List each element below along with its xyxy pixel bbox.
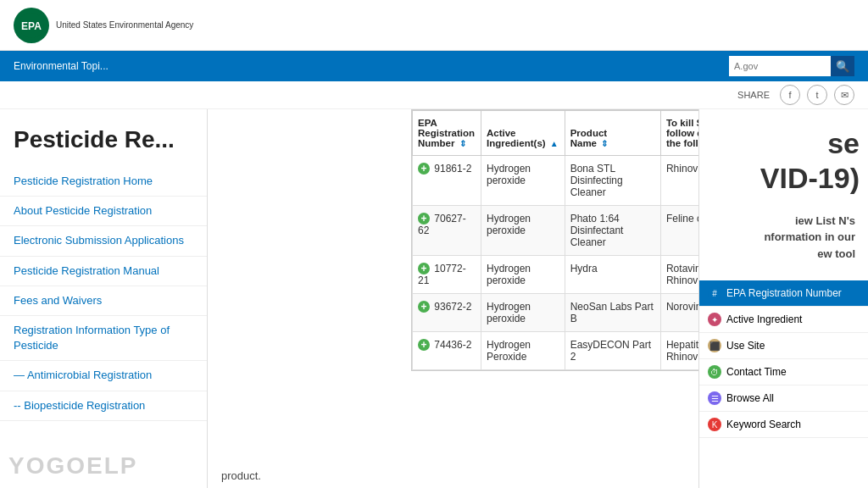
- nav-search[interactable]: 🔍: [729, 56, 854, 76]
- tool-icon-contact-time: ⏱: [708, 365, 721, 379]
- table-row: + 70627-62 Hydrogen peroxide Phato 1:64 …: [413, 206, 699, 256]
- cell-active-ingredient: Hydrogen Peroxide: [481, 332, 565, 370]
- right-tool-items: # EPA Registration Number ✦ Active Ingre…: [699, 280, 868, 438]
- plus-icon[interactable]: +: [418, 163, 430, 175]
- sidebar-item-home[interactable]: Pesticide Registration Home: [0, 167, 207, 197]
- tool-label-browse-all: Browse All: [726, 392, 774, 404]
- sidebar-item-about[interactable]: About Pesticide Registration: [0, 197, 207, 226]
- cell-virus: Rhinovirus: [660, 156, 698, 206]
- cell-reg-number: + 10772-21: [413, 256, 481, 294]
- tool-icon-reg-number: #: [708, 286, 721, 300]
- cell-active-ingredient: Hydrogen peroxide: [481, 206, 565, 256]
- table-area: EPARegistrationNumber ⇕ Active Ingredien…: [208, 109, 698, 488]
- tool-label-contact-time: Contact Time: [726, 366, 787, 378]
- plus-icon[interactable]: +: [418, 301, 430, 313]
- col-header-reg-number[interactable]: EPARegistrationNumber ⇕: [413, 111, 481, 156]
- page-title: Pesticide Re...: [0, 116, 207, 160]
- tool-label-keyword-search: Keyword Search: [726, 419, 801, 430]
- col-header-virus: To kill SARS-CoV-2 (COVID-19), follow di…: [660, 111, 698, 156]
- sidebar: Pesticide Re... Pesticide Registration H…: [0, 109, 208, 488]
- heading-overlay: se VID-19) iew List N's nformation in ou…: [760, 126, 860, 262]
- cell-product-name: Hydra: [565, 256, 660, 294]
- share-bar: SHARE f t ✉: [0, 81, 868, 109]
- col-header-active-ingredient[interactable]: Active Ingredient(s) ▲: [481, 111, 565, 156]
- bottom-text: product.: [221, 469, 261, 482]
- sidebar-item-registration-info[interactable]: Registration Information Type of Pestici…: [0, 316, 207, 361]
- nav-item-env-topics[interactable]: Environmental Topi...: [14, 60, 108, 72]
- epa-header: EPA United States Environmental Agency: [0, 0, 868, 51]
- epa-site: EPA United States Environmental Agency E…: [0, 0, 868, 488]
- tool-icon-browse-all: ☰: [708, 391, 721, 405]
- cell-active-ingredient: Hydrogen peroxide: [481, 156, 565, 206]
- heading-line2: VID-19): [760, 161, 860, 196]
- cell-reg-number: + 93672-2: [413, 294, 481, 332]
- twitter-share-icon[interactable]: t: [807, 85, 827, 105]
- tool-item-use-site[interactable]: ⬛ Use Site: [699, 333, 868, 359]
- sidebar-item-biopesticide[interactable]: -- Biopesticide Registration: [0, 391, 207, 421]
- plus-icon[interactable]: +: [418, 339, 430, 351]
- tool-icon-active-ingredient: ✦: [708, 313, 721, 326]
- tool-item-reg-number[interactable]: # EPA Registration Number: [699, 280, 868, 307]
- sidebar-item-fees[interactable]: Fees and Waivers: [0, 286, 207, 316]
- main-content: Pesticide Re... Pesticide Registration H…: [0, 109, 868, 488]
- sidebar-item-manual[interactable]: Pesticide Registration Manual: [0, 257, 207, 286]
- cell-product-name: Phato 1:64 Disinfectant Cleaner: [565, 206, 660, 256]
- cell-reg-number: + 91861-2: [413, 156, 481, 206]
- col-header-product-name[interactable]: ProductName ⇕: [565, 111, 660, 156]
- data-table: EPARegistrationNumber ⇕ Active Ingredien…: [411, 109, 698, 371]
- epa-agency-name: United States Environmental Agency: [56, 19, 193, 30]
- sidebar-nav: Pesticide Registration Home About Pestic…: [0, 167, 207, 421]
- sidebar-item-electronic-submission[interactable]: Electronic Submission Applications: [0, 226, 207, 256]
- tool-label-use-site: Use Site: [726, 340, 765, 352]
- cell-virus: Feline calicivirus: [660, 206, 698, 256]
- tool-label-reg-number: EPA Registration Number: [726, 287, 842, 299]
- table-row: + 93672-2 Hydrogen peroxide NeoSan Labs …: [413, 294, 699, 332]
- search-input[interactable]: [729, 56, 831, 76]
- plus-icon[interactable]: +: [418, 213, 430, 225]
- tool-item-keyword-search[interactable]: K Keyword Search: [699, 412, 868, 438]
- tool-icon-use-site: ⬛: [708, 339, 721, 352]
- cell-product-name: EasyDECON Part 2: [565, 332, 660, 370]
- plus-icon[interactable]: +: [418, 263, 430, 274]
- heading-line1: se: [760, 126, 860, 161]
- cell-reg-number: + 70627-62: [413, 206, 481, 256]
- cell-active-ingredient: Hydrogen peroxide: [481, 256, 565, 294]
- facebook-share-icon[interactable]: f: [780, 85, 800, 105]
- cell-virus: Hepatitis A virus;Rhinovirus; Feline cal…: [660, 332, 698, 370]
- list-n-text: iew List N's nformation in our ew tool: [760, 213, 860, 263]
- cell-virus: Norovirus: [660, 294, 698, 332]
- svg-text:EPA: EPA: [21, 20, 42, 32]
- table-row: + 10772-21 Hydrogen peroxide Hydra Rotav…: [413, 256, 699, 294]
- tool-item-active-ingredient[interactable]: ✦ Active Ingredient: [699, 307, 868, 333]
- table-row: + 91861-2 Hydrogen peroxide Bona STL Dis…: [413, 156, 699, 206]
- cell-active-ingredient: Hydrogen peroxide: [481, 294, 565, 332]
- tool-icon-keyword-search: K: [708, 418, 721, 431]
- share-label: SHARE: [737, 90, 770, 100]
- cell-product-name: Bona STL Disinfecting Cleaner: [565, 156, 660, 206]
- nav-bar: Environmental Topi... 🔍: [0, 51, 868, 81]
- tool-label-active-ingredient: Active Ingredient: [726, 313, 802, 325]
- sidebar-item-antimicrobial[interactable]: — Antimicrobial Registration: [0, 361, 207, 391]
- tool-item-browse-all[interactable]: ☰ Browse All: [699, 385, 868, 412]
- right-panel: se VID-19) iew List N's nformation in ou…: [698, 109, 868, 488]
- cell-product-name: NeoSan Labs Part B: [565, 294, 660, 332]
- table-row: + 74436-2 Hydrogen Peroxide EasyDECON Pa…: [413, 332, 699, 370]
- email-share-icon[interactable]: ✉: [834, 85, 854, 105]
- cell-virus: Rotavirus;Rhinovirus: [660, 256, 698, 294]
- cell-reg-number: + 74436-2: [413, 332, 481, 370]
- epa-logo: EPA United States Environmental Agency: [14, 8, 193, 43]
- tool-item-contact-time[interactable]: ⏱ Contact Time: [699, 359, 868, 385]
- search-button[interactable]: 🔍: [831, 56, 854, 76]
- epa-logo-icon: EPA: [14, 8, 49, 43]
